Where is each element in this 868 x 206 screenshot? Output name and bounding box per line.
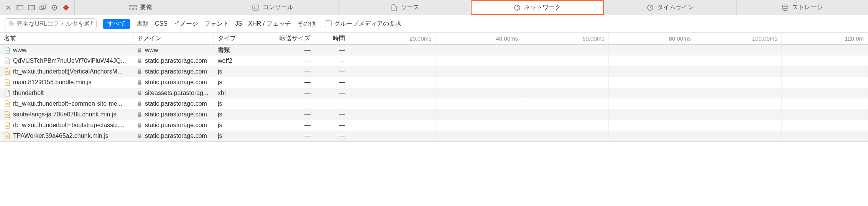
table-row[interactable]: <>www.www書類—— [0,45,349,56]
checkbox-icon[interactable] [325,20,332,27]
cell-domain: siteassets.parastorag... [133,88,214,98]
col-domain[interactable]: ドメイン [133,33,214,44]
cell-domain: static.parastorage.com [133,66,214,77]
filter-other[interactable]: その他 [297,20,316,28]
filter-images[interactable]: イメージ [174,20,198,28]
url-filter-input[interactable] [16,20,93,27]
right-panel-icon[interactable] [28,4,35,11]
svg-text:<>: <> [6,49,9,52]
domain-text: www [145,47,158,54]
domain-text: static.parastorage.com [145,132,207,139]
file-name: QdVUSTchPBm7nuUeVf70viFluW44JQ... [13,57,126,64]
timeline-row [349,109,868,120]
lock-icon [137,47,143,53]
svg-text:JS: JS [6,82,9,84]
svg-text:JS: JS [6,103,9,106]
close-icon[interactable] [5,4,12,11]
file-name: rb_wixui.thunderbolt~bootstrap-classic..… [13,122,124,129]
domain-text: static.parastorage.com [145,79,207,86]
table-row[interactable]: AQdVUSTchPBm7nuUeVf70viFluW44JQ...static… [0,56,349,66]
svg-rect-11 [130,5,136,7]
svg-rect-24 [138,71,141,74]
svg-rect-3 [33,5,35,10]
group-media-checkbox-wrap[interactable]: グループメディアの要求 [325,20,401,28]
svg-rect-22 [138,60,141,63]
cell-size: — [262,66,314,77]
cell-time: — [314,109,349,120]
cell-time: — [314,98,349,109]
svg-rect-33 [138,125,141,128]
domain-text: siteassets.parastorag... [145,90,208,96]
tab-timeline[interactable]: タイムライン [604,0,736,15]
detach-icon[interactable] [39,4,47,11]
cell-type: xhr [214,88,262,98]
domain-text: static.parastorage.com [145,100,207,107]
tab-sources[interactable]: ソース [339,0,471,15]
cell-size: — [262,109,314,120]
svg-rect-20 [138,50,141,52]
table-row[interactable]: JSrb_wixui.thunderbolt[VerticalAnchorsM.… [0,66,349,77]
timeline-row [349,98,868,109]
cell-time: — [314,120,349,131]
cell-type: js [214,77,262,88]
table-row[interactable]: JSrb_wixui.thunderbolt~common-site-me...… [0,98,349,109]
target-icon[interactable] [51,4,58,11]
file-name: main.812f8156.bundle.min.js [13,79,92,86]
cell-type: js [214,98,262,109]
svg-rect-29 [138,103,141,106]
tab-label: ネットワーク [524,3,561,11]
table-row[interactable]: thunderboltsiteassets.parastorag...xhr—— [0,88,349,98]
filter-documents[interactable]: 書類 [136,20,149,28]
tab-label: ストレージ [792,3,823,11]
svg-text:JS: JS [6,124,9,127]
cell-name: JSTPAWorker.39a465a2.chunk.min.js [0,131,133,141]
svg-point-17 [783,5,788,7]
table-row[interactable]: JSmain.812f8156.bundle.min.jsstatic.para… [0,77,349,88]
timeline-row [349,77,868,88]
group-media-label: グループメディアの要求 [334,20,401,28]
lock-icon [137,58,143,64]
col-size[interactable]: 転送サイズ [262,33,314,44]
tab-console[interactable]: コンソール [207,0,339,15]
tab-elements[interactable]: 要素 [74,0,207,15]
file-name: rb_wixui.thunderbolt~common-site-me... [13,100,122,107]
table-row[interactable]: JSrb_wixui.thunderbolt~bootstrap-classic… [0,120,349,131]
domain-text: static.parastorage.com [145,57,207,64]
col-name[interactable]: 名前 [0,33,133,44]
filter-all[interactable]: すべて [103,19,130,29]
left-panel-icon[interactable] [16,4,24,11]
timeline-rows [349,45,868,141]
svg-rect-1 [17,5,19,10]
file-name: rb_wixui.thunderbolt[VerticalAnchorsM... [13,68,122,75]
file-icon: JS [4,132,11,139]
timeline-row [349,45,868,56]
file-name: TPAWorker.39a465a2.chunk.min.js [13,132,108,139]
cell-type: woff2 [214,56,262,66]
grid-header: 名前 ドメイン タイプ 転送サイズ 時間 [0,33,349,45]
table-row[interactable]: JSsanta-langs-ja.705e0785.chunk.min.jsst… [0,109,349,120]
tab-storage[interactable]: ストレージ [736,0,868,15]
svg-text:JS: JS [6,135,9,138]
filter-fonts[interactable]: フォント [204,20,229,28]
timeline-tick: 20.00ms [349,33,436,44]
cell-type: js [214,109,262,120]
cell-name: thunderbolt [0,88,133,98]
file-name: santa-langs-ja.705e0785.chunk.min.js [13,111,117,118]
col-time[interactable]: 時間 [314,33,349,44]
domain-text: static.parastorage.com [145,122,207,129]
lock-icon [137,90,143,96]
filter-js[interactable]: JS [235,20,242,27]
filter-css[interactable]: CSS [155,20,168,27]
cell-time: — [314,88,349,98]
filter-input-wrap[interactable] [5,18,97,29]
filter-icon [8,21,14,27]
cell-type: js [214,66,262,77]
error-badge-icon[interactable] [62,4,70,11]
cell-name: <>www. [0,45,133,56]
tab-network[interactable]: ネットワーク [471,0,604,15]
filter-xhr[interactable]: XHR / フェッチ [248,20,291,28]
lock-icon [137,101,143,106]
col-type[interactable]: タイプ [214,33,262,44]
table-row[interactable]: JSTPAWorker.39a465a2.chunk.min.jsstatic.… [0,131,349,141]
file-icon: JS [4,122,11,129]
